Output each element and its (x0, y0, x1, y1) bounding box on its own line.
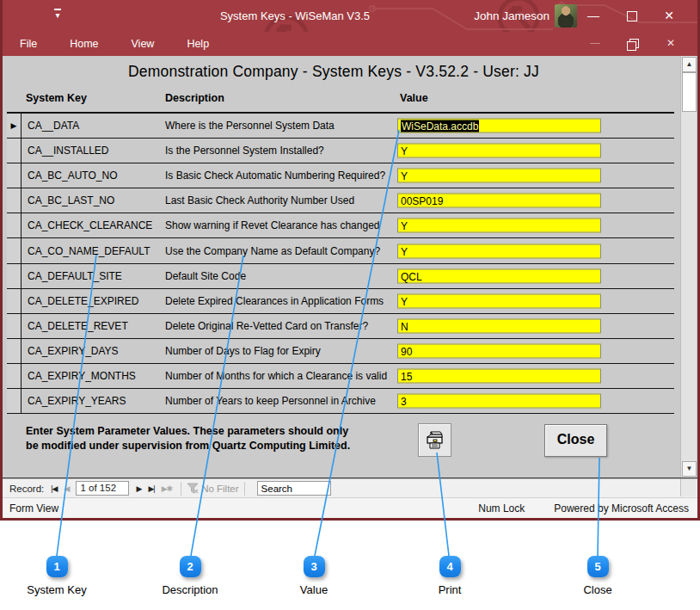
table-row: CA_CO_NAME_DEFAULTUse the Company Name a… (7, 238, 674, 263)
close-window-button[interactable]: ✕ (651, 0, 687, 32)
value-field[interactable]: 00SP019 (397, 194, 601, 208)
next-record-button[interactable]: ▶ (136, 484, 141, 493)
print-button[interactable] (418, 423, 451, 457)
description-cell: Number of Months for which a Clearance i… (165, 370, 387, 382)
value-field[interactable]: WiSeData.accdb (397, 119, 601, 133)
record-selector[interactable]: ▶ (7, 114, 21, 138)
menu-item-help[interactable]: Help (183, 38, 212, 50)
system-key-cell: CA_CHECK_CLEARANCE (28, 219, 152, 231)
callout-badge-1: 1 (46, 556, 68, 577)
instruction-text: Enter System Parameter Values. These par… (26, 424, 396, 453)
column-header-system-key: System Key (26, 92, 87, 104)
maximize-icon (627, 11, 637, 22)
record-selector[interactable] (7, 188, 21, 213)
close-form-button[interactable]: Close (544, 424, 607, 457)
record-selector[interactable] (7, 314, 21, 338)
value-field[interactable]: Y (397, 144, 601, 158)
description-cell: Delete Expired Clearances in Application… (165, 295, 384, 307)
system-keys-table: ▶CA__DATAWhere is the Personnel System D… (7, 112, 674, 414)
search-input[interactable] (257, 481, 331, 496)
system-key-cell: CA_EXPIRY_DAYS (28, 345, 119, 357)
printer-icon (424, 430, 446, 451)
value-field[interactable]: Y (397, 293, 601, 308)
value-field[interactable]: QCL (397, 268, 601, 283)
column-header-value: Value (400, 92, 428, 104)
description-cell: Default Site Code (165, 270, 246, 282)
callout-badge-3: 3 (304, 556, 325, 577)
record-selector[interactable] (7, 139, 21, 163)
ribbon-restore-button[interactable] (617, 32, 650, 56)
system-key-cell: CA_DELETE_REVET (28, 320, 128, 332)
record-selector[interactable] (7, 213, 21, 237)
callout-badge-4: 4 (439, 556, 461, 577)
ribbon-close-button[interactable]: ✕ (654, 32, 687, 56)
screenshot-root: ▾ System Keys - WiSeMan V3.5 John Jameso… (0, 0, 700, 610)
minimize-button[interactable]: — (575, 0, 611, 32)
callout-label-3: Value (300, 583, 328, 596)
title-bar: ▾ System Keys - WiSeMan V3.5 John Jameso… (3, 0, 697, 32)
record-position-box[interactable]: 1 of 152 (76, 481, 129, 496)
value-field[interactable]: Y (397, 219, 601, 233)
table-row: CA_EXPIRY_MONTHSNumber of Months for whi… (7, 364, 674, 389)
callout-badge-5: 5 (587, 556, 609, 577)
description-cell: Show warning if Revet Clearance has chan… (165, 219, 379, 231)
value-field[interactable]: Y (397, 169, 601, 183)
powered-by-text: Powered by Microsoft Access (554, 502, 689, 514)
filter-icon (187, 483, 200, 494)
description-cell: Last Basic Check Authority Number Used (165, 194, 354, 206)
vertical-scrollbar[interactable]: ▲ ▼ (680, 56, 697, 478)
description-cell: Number of Years to keep Personnel in Arc… (165, 395, 376, 407)
table-row: CA__INSTALLEDIs the Personnel System Ins… (7, 139, 674, 163)
system-key-cell: CA_EXPIRY_MONTHS (28, 370, 136, 382)
menu-item-home[interactable]: Home (66, 38, 101, 50)
record-selector[interactable] (7, 364, 21, 388)
system-key-cell: CA__INSTALLED (28, 145, 108, 157)
ribbon-minimize-button[interactable]: — (579, 32, 611, 56)
table-row: ▶CA__DATAWhere is the Personnel System D… (7, 114, 674, 139)
value-field[interactable]: 3 (397, 394, 601, 409)
first-record-button[interactable]: |◀ (51, 484, 57, 493)
menu-item-view[interactable]: View (128, 38, 158, 50)
value-field[interactable]: 90 (397, 343, 601, 358)
record-selector[interactable] (7, 339, 21, 363)
table-row: CA_DEFAULT_SITEDefault Site CodeQCL (7, 264, 674, 289)
system-keys-form: Demonstration Company - System Keys - V3… (3, 56, 697, 478)
record-selector[interactable] (7, 289, 21, 313)
previous-record-button[interactable]: ◀ (64, 484, 70, 493)
scrollbar-corner (680, 479, 697, 496)
callout-label-5: Close (583, 583, 611, 596)
scrollbar-thumb[interactable] (682, 72, 697, 112)
record-selector[interactable] (7, 238, 21, 262)
scroll-up-button[interactable]: ▲ (682, 57, 697, 72)
value-field[interactable]: N (397, 318, 601, 333)
logged-in-user: John Jameson (474, 0, 550, 32)
system-key-cell: CA_DEFAULT_SITE (28, 270, 122, 282)
description-cell: Is the Personnel System Installed? (165, 145, 324, 157)
system-key-cell: CA_BC_LAST_NO (28, 194, 114, 206)
system-key-cell: CA_CO_NAME_DEFAULT (28, 245, 150, 257)
record-navigation-bar: Record: |◀ ◀ 1 of 152 ▶ ▶| ▶✱ No Filter (3, 478, 697, 497)
last-record-button[interactable]: ▶| (148, 484, 154, 493)
maximize-button[interactable] (614, 0, 650, 32)
status-bar: Form View Num Lock Powered by Microsoft … (3, 497, 697, 518)
system-key-cell: CA_DELETE_EXPIRED (28, 295, 138, 307)
menu-item-file[interactable]: File (16, 38, 40, 50)
table-row: CA_DELETE_EXPIREDDelete Expired Clearanc… (7, 289, 674, 314)
no-filter-button[interactable]: No Filter (201, 484, 238, 494)
scroll-down-button[interactable]: ▼ (682, 461, 697, 477)
description-cell: Use the Company Name as Default Company? (165, 245, 380, 257)
callout-label-4: Print (439, 583, 462, 596)
restore-icon (629, 39, 639, 48)
table-row: CA_BC_LAST_NOLast Basic Check Authority … (7, 188, 674, 213)
selected-text: WiSeData.accdb (401, 120, 479, 132)
description-cell: Delete Original Re-Vetted Card on Transf… (165, 320, 368, 332)
description-cell: Number of Days to Flag for Expiry (165, 345, 321, 357)
new-record-button[interactable]: ▶✱ (162, 484, 172, 493)
value-field[interactable]: 15 (397, 368, 601, 383)
record-selector[interactable] (7, 389, 21, 413)
record-selector[interactable] (7, 163, 21, 188)
record-selector[interactable] (7, 264, 21, 288)
column-headers: System Key Description Value (3, 92, 665, 111)
application-window: ▾ System Keys - WiSeMan V3.5 John Jameso… (0, 0, 700, 521)
value-field[interactable]: Y (397, 243, 601, 258)
